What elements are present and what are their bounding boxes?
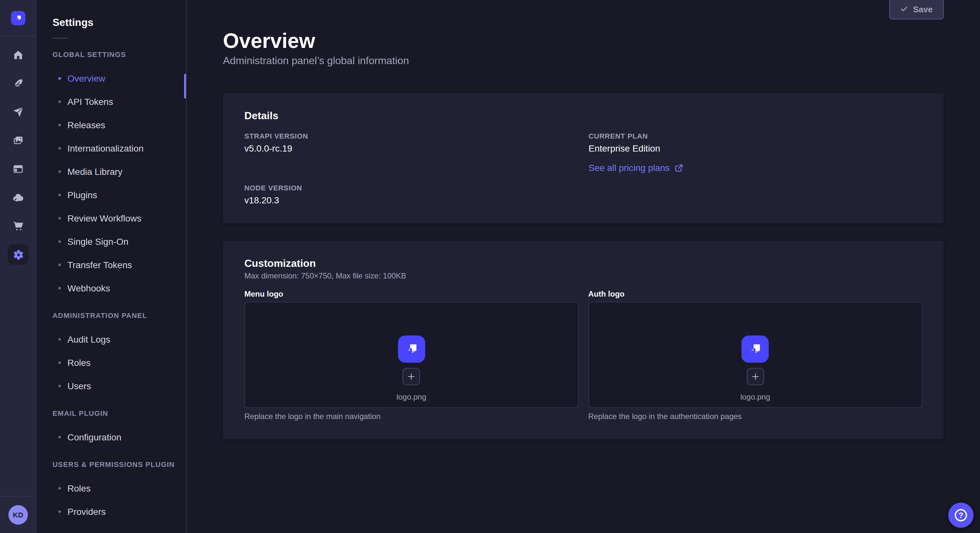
auth-logo-field: Auth logo [588, 289, 922, 421]
strapi-logo[interactable] [11, 11, 25, 25]
node-version-field: NODE VERSION v18.20.3 [244, 184, 578, 205]
sidebar-item-audit-logs[interactable]: Audit Logs [36, 328, 186, 351]
rail-bottom: KD [0, 496, 36, 533]
pricing-plans-link-label: See all pricing plans [589, 163, 670, 173]
sidebar-item-releases[interactable]: Releases [36, 113, 186, 136]
sidebar-item-label: Plugins [67, 190, 97, 200]
bullet-icon [58, 77, 61, 80]
strapi-mark-icon [746, 339, 765, 359]
customization-subheading: Max dimension: 750×750, Max file size: 1… [244, 271, 922, 281]
subnav-divider [52, 38, 68, 39]
settings-active-pill [8, 244, 29, 265]
brand-wrap [0, 0, 36, 36]
page-subtitle: Administration panel’s global informatio… [223, 55, 944, 67]
upload-grid: Menu logo [244, 289, 922, 421]
save-button[interactable]: Save [889, 0, 944, 19]
strapi-version-field: STRAPI VERSION v5.0.0-rc.19 [244, 132, 578, 174]
field-value: Enterprise Edition [589, 143, 922, 154]
subnav-title: Settings [36, 0, 186, 29]
main-content: Overview Administration panel’s global i… [187, 0, 980, 533]
marketplace-cart-icon[interactable] [0, 212, 36, 240]
customization-card: Customization Max dimension: 750×750, Ma… [223, 241, 944, 439]
plus-icon [407, 373, 416, 381]
home-icon[interactable] [0, 41, 36, 69]
question-mark-icon: ? [955, 509, 967, 521]
sidebar-item-label: Roles [67, 357, 91, 368]
save-button-label: Save [913, 4, 933, 14]
sidebar-item-label: Transfer Tokens [67, 260, 132, 270]
bullet-icon [58, 338, 61, 341]
sidebar-item-label: Media Library [67, 167, 123, 177]
sidebar-item-internationalization[interactable]: Internationalization [36, 136, 186, 160]
upload-label: Menu logo [244, 289, 579, 298]
section-label: GLOBAL SETTINGS [52, 51, 186, 58]
app-window: KD Settings GLOBAL SETTINGS Overview API… [0, 0, 980, 533]
sidebar-item-review-workflows[interactable]: Review Workflows [36, 206, 186, 230]
content-type-builder-feather-icon[interactable] [0, 69, 36, 98]
page-header: Overview Administration panel’s global i… [223, 0, 944, 67]
bullet-icon [58, 510, 61, 513]
sidebar-item-label: API Tokens [67, 97, 113, 107]
current-plan-field: CURRENT PLAN Enterprise Edition See all … [589, 132, 922, 174]
plus-icon [751, 373, 760, 381]
auth-logo-preview [742, 335, 769, 363]
sidebar-item-single-sign-on[interactable]: Single Sign-On [36, 230, 186, 253]
content-manager-layout-icon[interactable] [0, 155, 36, 183]
sidebar-item-up-providers[interactable]: Providers [36, 500, 186, 523]
sidebar-item-up-roles[interactable]: Roles [36, 477, 186, 500]
sidebar-item-label: Webhooks [67, 283, 110, 293]
bullet-icon [58, 124, 61, 126]
subnav-section-users-permissions: USERS & PERMISSIONS PLUGIN Roles Provide… [36, 460, 186, 523]
add-logo-button[interactable] [403, 368, 420, 385]
deploy-paper-plane-icon[interactable] [0, 98, 36, 126]
check-icon [900, 5, 908, 13]
menu-logo-field: Menu logo [244, 289, 579, 421]
pricing-plans-link[interactable]: See all pricing plans [589, 163, 684, 173]
external-link-icon [675, 163, 684, 172]
help-button[interactable]: ? [948, 503, 974, 528]
sidebar-item-configuration[interactable]: Configuration [36, 425, 186, 449]
upload-hint: Replace the logo in the main navigation [244, 412, 579, 421]
page-title: Overview [223, 29, 944, 52]
sidebar-item-plugins[interactable]: Plugins [36, 183, 186, 206]
subnav-section-global: GLOBAL SETTINGS Overview API Tokens Rele… [36, 51, 186, 300]
logo-filename: logo.png [396, 392, 426, 401]
bullet-icon [58, 217, 61, 219]
sidebar-item-label: Audit Logs [67, 334, 110, 344]
sidebar-item-webhooks[interactable]: Webhooks [36, 276, 186, 300]
strapi-mark-icon [13, 13, 23, 23]
subnav-section-admin-panel: ADMINISTRATION PANEL Audit Logs Roles Us… [36, 311, 186, 398]
field-value: v5.0.0-rc.19 [244, 143, 578, 154]
upload-label: Auth logo [588, 289, 922, 298]
sidebar-item-label: Releases [67, 120, 105, 130]
media-library-images-icon[interactable] [0, 126, 36, 155]
settings-subnav: Settings GLOBAL SETTINGS Overview API To… [36, 0, 187, 533]
sidebar-item-label: Roles [67, 483, 91, 493]
bullet-icon [58, 170, 61, 173]
rail-icons [0, 36, 36, 269]
sidebar-item-label: Configuration [67, 432, 121, 443]
sidebar-item-users[interactable]: Users [36, 374, 186, 398]
user-avatar[interactable]: KD [8, 505, 28, 525]
sidebar-item-label: Overview [67, 73, 105, 84]
sidebar-item-transfer-tokens[interactable]: Transfer Tokens [36, 253, 186, 276]
cloud-icon[interactable] [0, 183, 36, 212]
sidebar-item-api-tokens[interactable]: API Tokens [36, 90, 186, 113]
section-label: ADMINISTRATION PANEL [52, 311, 186, 319]
auth-logo-dropzone[interactable]: logo.png [588, 302, 922, 408]
settings-gear-icon[interactable] [0, 240, 36, 269]
add-logo-button[interactable] [747, 368, 764, 385]
sidebar-item-label: Internationalization [67, 143, 143, 154]
field-value: v18.20.3 [244, 195, 578, 205]
subnav-section-email-plugin: EMAIL PLUGIN Configuration [36, 409, 186, 449]
sidebar-item-media-library[interactable]: Media Library [36, 160, 186, 183]
details-heading: Details [244, 110, 922, 122]
section-label: EMAIL PLUGIN [52, 409, 186, 417]
sidebar-item-roles[interactable]: Roles [36, 351, 186, 374]
field-label: STRAPI VERSION [244, 132, 578, 140]
menu-logo-preview [398, 335, 425, 363]
logo-filename: logo.png [740, 392, 770, 401]
menu-logo-dropzone[interactable]: logo.png [244, 302, 579, 408]
active-nav-indicator [184, 74, 186, 98]
sidebar-item-overview[interactable]: Overview [36, 67, 186, 90]
